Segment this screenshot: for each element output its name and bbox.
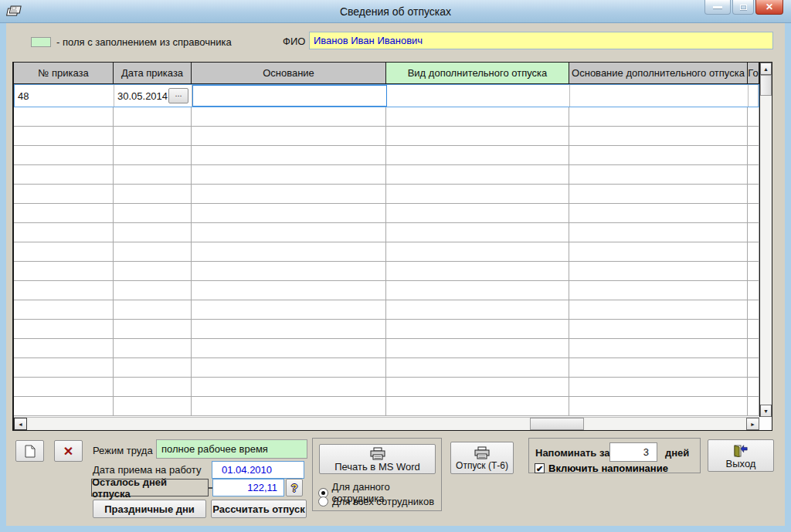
remind-days-suffix: дней bbox=[665, 447, 689, 459]
days-left-input[interactable] bbox=[212, 479, 284, 496]
print-word-label: Печать в MS Word bbox=[334, 461, 420, 473]
table-cell bbox=[569, 107, 748, 127]
maximize-button[interactable] bbox=[732, 0, 754, 15]
close-button[interactable]: ✕ bbox=[755, 0, 783, 15]
table-cell bbox=[114, 242, 192, 262]
minimize-button[interactable] bbox=[704, 0, 731, 15]
table-cell bbox=[748, 165, 759, 185]
scroll-left-button[interactable]: ◄ bbox=[14, 418, 27, 430]
table-empty-row[interactable] bbox=[14, 378, 759, 397]
table-cell bbox=[192, 339, 386, 358]
cell-order-no[interactable]: 48 bbox=[15, 85, 114, 107]
delete-record-button[interactable]: ✕ bbox=[54, 440, 83, 462]
table-empty-row[interactable] bbox=[14, 127, 759, 146]
table-cell bbox=[192, 397, 386, 416]
table-cell bbox=[569, 223, 748, 242]
table-cell bbox=[748, 320, 759, 339]
vertical-scrollbar[interactable]: ▲ ▼ bbox=[759, 63, 772, 417]
table-cell bbox=[14, 378, 114, 397]
table-cell bbox=[569, 262, 748, 281]
table-cell bbox=[569, 320, 748, 339]
table-empty-row[interactable] bbox=[14, 339, 759, 358]
table-cell bbox=[114, 300, 192, 320]
table-cell bbox=[192, 242, 386, 262]
table-cell bbox=[114, 107, 192, 127]
table-empty-row[interactable] bbox=[14, 185, 759, 204]
table-row-selected[interactable]: 48 30.05.2014 ... bbox=[14, 84, 759, 107]
table-cell bbox=[748, 107, 759, 127]
enable-reminder-option[interactable]: ✔ Включить напоминание bbox=[535, 463, 668, 474]
scope-all-option[interactable]: Для всех сотрудников bbox=[318, 496, 434, 507]
fio-input[interactable] bbox=[309, 32, 773, 49]
col-header-order-no[interactable]: № приказа bbox=[14, 63, 114, 84]
legend-text: - поля с заполнением из справочника bbox=[56, 36, 232, 48]
table-cell bbox=[386, 339, 569, 358]
table-empty-row[interactable] bbox=[14, 146, 759, 165]
calculate-vacation-button[interactable]: Рассчитать отпуск bbox=[211, 500, 307, 518]
table-cell bbox=[14, 262, 114, 281]
cell-extra-reason[interactable] bbox=[570, 85, 749, 107]
radio-all-icon[interactable] bbox=[318, 496, 328, 507]
horizontal-scrollbar[interactable]: ◄ ► bbox=[14, 417, 759, 430]
table-cell bbox=[114, 378, 192, 397]
new-record-button[interactable] bbox=[15, 440, 44, 462]
table-empty-row[interactable] bbox=[14, 242, 759, 262]
table-empty-row[interactable] bbox=[14, 165, 759, 185]
window-title: Сведения об отпусках bbox=[0, 5, 791, 18]
table-cell bbox=[192, 107, 386, 127]
table-cell bbox=[14, 320, 114, 339]
col-header-extra-vacation-reason[interactable]: Основание дополнительного отпуска bbox=[569, 63, 748, 84]
table-cell bbox=[386, 397, 569, 416]
print-word-button[interactable]: Печать в MS Word bbox=[319, 444, 436, 474]
cell-extra-kind[interactable] bbox=[387, 85, 570, 107]
help-button[interactable]: ? bbox=[286, 479, 303, 496]
order-date-value: 30.05.2014 bbox=[117, 90, 168, 102]
scope-all-label: Для всех сотрудников bbox=[332, 496, 434, 507]
table-cell bbox=[192, 146, 386, 165]
exit-button[interactable]: Выход bbox=[708, 439, 774, 472]
table-empty-row[interactable] bbox=[14, 107, 759, 127]
table-cell bbox=[748, 358, 759, 378]
table-cell bbox=[748, 127, 759, 146]
col-header-order-date[interactable]: Дата приказа bbox=[114, 63, 192, 84]
col-header-extra-vacation-kind[interactable]: Вид дополнительного отпуска bbox=[386, 63, 569, 84]
table-empty-row[interactable] bbox=[14, 281, 759, 300]
table-cell bbox=[192, 165, 386, 185]
maximize-icon bbox=[740, 5, 747, 10]
table-cell bbox=[14, 281, 114, 300]
table-empty-row[interactable] bbox=[14, 320, 759, 339]
table-cell bbox=[386, 262, 569, 281]
horizontal-scroll-thumb[interactable] bbox=[530, 418, 584, 430]
cell-year[interactable] bbox=[749, 85, 759, 107]
vacation-t6-button[interactable]: Отпуск (Т-6) bbox=[450, 442, 514, 474]
table-empty-row[interactable] bbox=[14, 204, 759, 223]
col-header-year-cut[interactable]: Го bbox=[748, 63, 759, 84]
days-left-button[interactable]: Осталось дней отпуска bbox=[91, 479, 209, 496]
table-cell bbox=[569, 127, 748, 146]
table-cell bbox=[748, 242, 759, 262]
scroll-down-button[interactable]: ▼ bbox=[760, 405, 772, 417]
cell-reason-selected[interactable] bbox=[192, 85, 387, 107]
table-empty-row[interactable] bbox=[14, 397, 759, 416]
table-cell bbox=[192, 358, 386, 378]
table-empty-row[interactable] bbox=[14, 358, 759, 378]
date-picker-button[interactable]: ... bbox=[168, 88, 188, 103]
table-cell bbox=[114, 204, 192, 223]
table-cell bbox=[569, 300, 748, 320]
col-header-reason[interactable]: Основание bbox=[192, 63, 386, 84]
holidays-button[interactable]: Праздничные дни bbox=[93, 500, 206, 518]
cell-order-date[interactable]: 30.05.2014 ... bbox=[114, 85, 192, 107]
vertical-scroll-thumb[interactable] bbox=[760, 75, 772, 96]
scroll-right-button[interactable]: ► bbox=[746, 418, 759, 430]
table-empty-row[interactable] bbox=[14, 300, 759, 320]
checkbox-checked-icon[interactable]: ✔ bbox=[535, 463, 545, 473]
table-empty-row[interactable] bbox=[14, 223, 759, 242]
table-cell bbox=[569, 242, 748, 262]
hire-date-input[interactable] bbox=[212, 461, 304, 479]
table-cell bbox=[14, 165, 114, 185]
table-empty-rows bbox=[14, 107, 759, 416]
printer-icon bbox=[369, 447, 386, 460]
scroll-up-button[interactable]: ▲ bbox=[760, 63, 772, 75]
table-empty-row[interactable] bbox=[14, 262, 759, 281]
remind-days-input[interactable] bbox=[609, 442, 657, 462]
